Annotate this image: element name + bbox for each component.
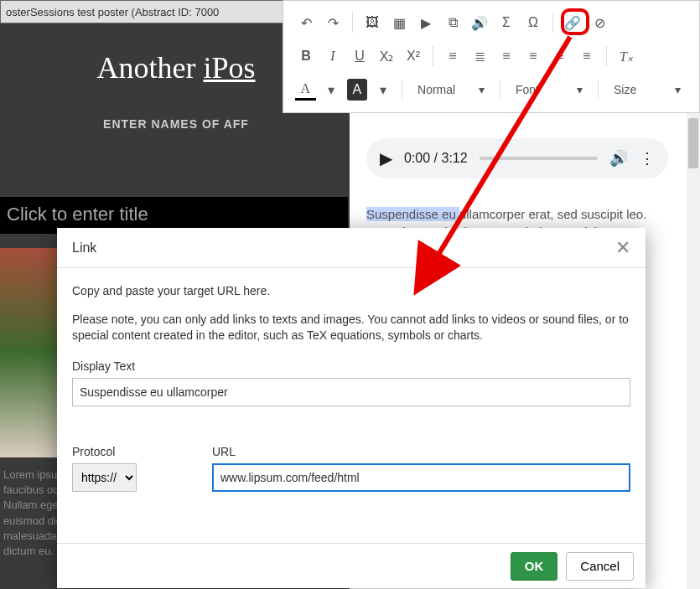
volume-icon[interactable]: 🔊 xyxy=(609,149,628,168)
audio-progress-bar[interactable] xyxy=(480,157,598,160)
youtube-icon[interactable]: ▶ xyxy=(415,12,437,34)
omega-icon[interactable]: Ω xyxy=(522,12,544,34)
link-dialog: Link ✕ Copy and paste your target URL he… xyxy=(57,228,646,588)
dialog-body: Copy and paste your target URL here. Ple… xyxy=(57,268,646,543)
link-icon[interactable]: 🔗 xyxy=(562,12,583,34)
bg-color-icon[interactable]: A xyxy=(347,79,368,101)
font-dropdown[interactable]: Font▾ xyxy=(509,77,589,102)
align-left-icon[interactable]: ≡ xyxy=(495,45,517,67)
browser-tab[interactable]: osterSessions test poster (Abstract ID: … xyxy=(0,0,298,23)
image-icon[interactable]: 🖼 xyxy=(361,12,383,34)
size-dropdown[interactable]: Size▾ xyxy=(607,77,687,102)
audio-icon[interactable]: 🔊 xyxy=(469,12,490,34)
chevron-down-icon: ▾ xyxy=(675,83,681,96)
redo-icon[interactable]: ↷ xyxy=(322,12,344,34)
sigma-icon[interactable]: Σ xyxy=(495,12,517,34)
undo-icon[interactable]: ↶ xyxy=(295,12,317,34)
unlink-icon[interactable]: ⊘ xyxy=(589,12,610,34)
toolbar-separator xyxy=(598,80,599,100)
clear-format-icon[interactable]: Tₓ xyxy=(615,45,637,67)
tab-label: osterSessions test poster (Abstract ID: … xyxy=(6,6,219,18)
align-justify-icon[interactable]: ≡ xyxy=(576,45,598,67)
display-text-label: Display Text xyxy=(72,359,630,373)
toolbar-separator xyxy=(606,46,607,66)
protocol-select[interactable]: https:// xyxy=(72,463,137,492)
more-icon[interactable]: ⋮ xyxy=(640,149,655,168)
selected-text: Suspendisse eu xyxy=(366,207,459,221)
url-input[interactable] xyxy=(212,463,630,492)
size-dropdown-label: Size xyxy=(614,83,636,96)
underline-icon[interactable]: U xyxy=(349,45,371,67)
ok-button[interactable]: OK xyxy=(511,552,558,581)
font-dropdown-label: Font xyxy=(516,83,539,96)
protocol-label: Protocol xyxy=(72,445,137,458)
align-right-icon[interactable]: ≡ xyxy=(549,45,571,67)
dialog-footer: OK Cancel xyxy=(57,543,646,588)
poster-title-prefix: Another xyxy=(96,51,203,85)
toolbar-separator xyxy=(552,13,553,33)
text-color-icon[interactable]: A xyxy=(295,79,316,101)
align-center-icon[interactable]: ≡ xyxy=(522,45,544,67)
dialog-instruction: Copy and paste your target URL here. xyxy=(72,283,630,300)
scrollbar-track[interactable] xyxy=(687,113,700,589)
editor-toolbar: ↶ ↷ 🖼 ▦ ▶ ⧉ 🔊 Σ Ω 🔗 ⊘ B I U X₂ X² ≡ ≣ ≡ … xyxy=(283,0,700,113)
style-dropdown[interactable]: Normal▾ xyxy=(411,77,491,102)
dialog-title: Link xyxy=(72,240,96,256)
chevron-down-icon: ▾ xyxy=(577,83,583,96)
subscript-icon[interactable]: X₂ xyxy=(376,45,397,67)
iframe-icon[interactable]: ⧉ xyxy=(442,12,464,34)
toolbar-separator xyxy=(352,13,353,33)
video-icon[interactable]: ▦ xyxy=(388,12,410,34)
dialog-note: Please note, you can only add links to t… xyxy=(72,312,630,344)
play-icon[interactable]: ▶ xyxy=(380,148,392,168)
bold-icon[interactable]: B xyxy=(295,45,317,67)
close-icon[interactable]: ✕ xyxy=(615,237,630,259)
url-label: URL xyxy=(212,445,630,458)
text-color-dropdown-icon[interactable]: ▾ xyxy=(321,79,342,101)
toolbar-separator xyxy=(500,80,500,100)
superscript-icon[interactable]: X² xyxy=(402,45,424,67)
cancel-button[interactable]: Cancel xyxy=(566,552,634,581)
audio-time: 0:00 / 3:12 xyxy=(404,151,468,166)
bg-color-dropdown-icon[interactable]: ▾ xyxy=(372,79,393,101)
poster-affiliation: ENTER NAMES OF AFF xyxy=(0,117,352,131)
poster-title-link[interactable]: iPos xyxy=(203,51,255,85)
numbered-list-icon[interactable]: ≡ xyxy=(442,45,464,67)
audio-player[interactable]: ▶ 0:00 / 3:12 🔊 ⋮ xyxy=(366,138,668,178)
style-dropdown-label: Normal xyxy=(417,83,455,96)
toolbar-separator xyxy=(433,46,433,66)
scrollbar-thumb[interactable] xyxy=(688,118,698,168)
display-text-input[interactable] xyxy=(72,378,630,406)
poster-image xyxy=(0,248,59,457)
italic-icon[interactable]: I xyxy=(322,45,344,67)
bullet-list-icon[interactable]: ≣ xyxy=(469,45,490,67)
dialog-header: Link ✕ xyxy=(57,228,646,268)
chevron-down-icon: ▾ xyxy=(479,83,485,96)
toolbar-separator xyxy=(402,80,402,100)
